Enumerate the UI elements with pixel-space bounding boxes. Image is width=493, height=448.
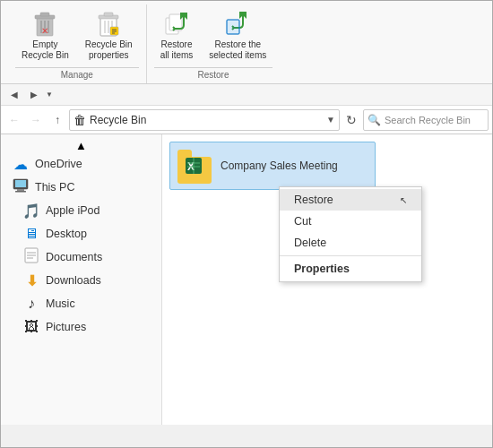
- file-name: Company Sales Meeting: [221, 159, 338, 172]
- back-button[interactable]: ←: [4, 110, 24, 130]
- pictures-icon: 🖼: [22, 319, 40, 335]
- sidebar-item-music[interactable]: ♪ Music: [1, 292, 161, 315]
- search-box[interactable]: 🔍 Search Recycle Bin: [363, 109, 489, 131]
- context-menu-properties[interactable]: Properties: [280, 258, 421, 280]
- sidebar-item-pictures[interactable]: 🖼 Pictures: [1, 315, 161, 339]
- file-icon: X: [177, 148, 213, 184]
- empty-recycle-label: Empty Recycle Bin: [22, 39, 69, 61]
- sidebar-scroll-up[interactable]: ▲: [1, 138, 161, 152]
- music-icon: ♪: [22, 296, 40, 312]
- empty-recycle-icon: ✕: [30, 9, 59, 38]
- apple-ipod-icon: 🎵: [22, 202, 40, 220]
- documents-icon: [22, 247, 40, 267]
- qa-back-button[interactable]: ◀: [6, 87, 22, 103]
- ribbon-group-restore: Restore all items: [147, 4, 281, 83]
- ribbon: ✕ Empty Recycle Bin: [1, 1, 492, 84]
- address-path[interactable]: 🗑 Recycle Bin ▼: [69, 109, 340, 131]
- sidebar: ▲ ☁ OneDrive This PC 🎵 Apple iPod 🖥 Desk…: [1, 134, 162, 425]
- svg-text:✕: ✕: [41, 26, 48, 36]
- qa-dropdown[interactable]: ▼: [46, 90, 53, 99]
- sidebar-label-pictures: Pictures: [46, 321, 86, 333]
- restore-group-label: Restore: [154, 67, 273, 80]
- restore-all-label: Restore all items: [160, 39, 194, 61]
- context-menu: Restore ↖ Cut Delete Properties: [279, 186, 422, 282]
- ribbon-restore-buttons: Restore all items: [154, 4, 273, 65]
- search-placeholder: Search Recycle Bin: [385, 115, 471, 125]
- recycle-bin-properties-button[interactable]: Recycle Bin properties: [79, 4, 139, 65]
- svg-rect-23: [17, 189, 24, 191]
- desktop-icon: 🖥: [22, 226, 40, 242]
- context-menu-separator: [280, 255, 421, 256]
- svg-rect-22: [15, 180, 26, 187]
- ribbon-groups: ✕ Empty Recycle Bin: [8, 4, 485, 83]
- sidebar-label-downloads: Downloads: [46, 274, 101, 287]
- sidebar-label-documents: Documents: [46, 251, 102, 263]
- sidebar-label-desktop: Desktop: [46, 228, 87, 240]
- recycle-props-icon: [94, 9, 123, 38]
- sidebar-item-apple-ipod[interactable]: 🎵 Apple iPod: [1, 199, 161, 222]
- address-path-text: Recycle Bin: [90, 114, 323, 126]
- restore-all-button[interactable]: Restore all items: [154, 4, 200, 65]
- cursor-arrow: ↖: [400, 195, 407, 205]
- sidebar-label-this-pc: This PC: [35, 181, 74, 194]
- manage-group-label: Manage: [15, 67, 139, 80]
- restore-all-icon: [162, 9, 191, 38]
- forward-button[interactable]: →: [26, 110, 46, 130]
- restore-selected-button[interactable]: Restore the selected items: [203, 4, 272, 65]
- address-path-icon: 🗑: [74, 113, 86, 127]
- sidebar-item-downloads[interactable]: ⬇ Downloads: [1, 269, 161, 292]
- refresh-button[interactable]: ↻: [342, 110, 361, 130]
- properties-label: Properties: [294, 263, 350, 275]
- sidebar-item-desktop[interactable]: 🖥 Desktop: [1, 222, 161, 246]
- sidebar-label-music: Music: [46, 297, 75, 310]
- restore-label: Restore: [294, 194, 333, 206]
- downloads-icon: ⬇: [22, 272, 40, 289]
- onedrive-icon: ☁: [12, 156, 30, 173]
- sidebar-label-apple-ipod: Apple iPod: [46, 204, 99, 217]
- up-button[interactable]: ↑: [48, 110, 67, 130]
- main-area: ▲ ☁ OneDrive This PC 🎵 Apple iPod 🖥 Desk…: [1, 134, 492, 425]
- quick-access-toolbar: ◀ ▶ ▼: [1, 84, 492, 106]
- selected-file-item[interactable]: X Company Sales Meeting: [169, 142, 376, 190]
- address-dropdown-arrow[interactable]: ▼: [326, 115, 335, 125]
- restore-selected-label: Restore the selected items: [209, 39, 266, 61]
- search-icon: 🔍: [368, 114, 381, 126]
- file-area: X Company Sales Meeting Restore ↖ Cut De…: [162, 134, 492, 425]
- sidebar-label-onedrive: OneDrive: [35, 158, 82, 170]
- qa-forward-button[interactable]: ▶: [26, 87, 42, 103]
- cut-label: Cut: [294, 215, 311, 228]
- context-menu-restore[interactable]: Restore ↖: [280, 189, 421, 211]
- this-pc-icon: [12, 177, 30, 197]
- svg-rect-20: [227, 20, 239, 34]
- empty-recycle-bin-button[interactable]: ✕ Empty Recycle Bin: [15, 4, 75, 65]
- svg-rect-2: [40, 13, 49, 16]
- svg-rect-9: [104, 13, 113, 16]
- context-menu-delete[interactable]: Delete: [280, 232, 421, 254]
- restore-selected-icon: [223, 9, 252, 38]
- svg-rect-24: [15, 191, 26, 193]
- ribbon-manage-buttons: ✕ Empty Recycle Bin: [15, 4, 139, 65]
- ribbon-group-manage: ✕ Empty Recycle Bin: [8, 4, 147, 83]
- sidebar-item-onedrive[interactable]: ☁ OneDrive: [1, 152, 161, 176]
- address-bar: ← → ↑ 🗑 Recycle Bin ▼ ↻ 🔍 Search Recycle…: [1, 106, 492, 134]
- recycle-props-label: Recycle Bin properties: [85, 39, 133, 61]
- context-menu-cut[interactable]: Cut: [280, 211, 421, 232]
- sidebar-item-documents[interactable]: Documents: [1, 246, 161, 269]
- delete-label: Delete: [294, 237, 326, 249]
- sidebar-item-this-pc[interactable]: This PC: [1, 176, 161, 199]
